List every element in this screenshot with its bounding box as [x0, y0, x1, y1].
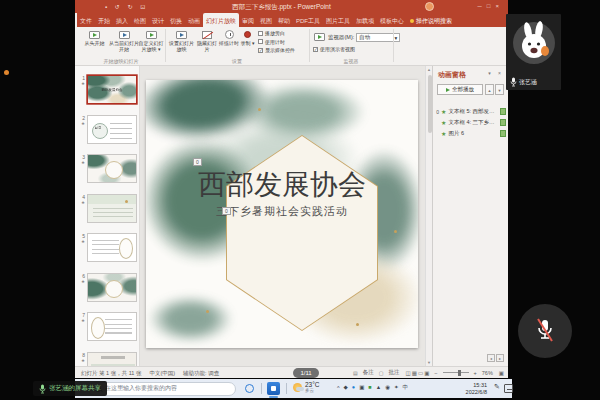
tray-icon[interactable]: ● — [352, 384, 355, 391]
taskbar-clock[interactable]: 15:31 2022/6/8 — [447, 382, 487, 396]
tray-icon[interactable]: ◆ — [344, 384, 348, 391]
fit-to-window-button[interactable]: ▣ — [499, 370, 504, 376]
tray-icon[interactable]: 中 — [403, 384, 409, 391]
zoom-slider[interactable] — [443, 372, 469, 373]
animation-item[interactable]: ★ 文本框 4: 三下乡暑… — [435, 117, 506, 128]
thumbnail-preview[interactable] — [87, 273, 137, 302]
rehearse-timings-button[interactable]: 排练计时 — [219, 30, 239, 47]
slide-subtitle-textbox[interactable]: 三下乡暑期社会实践活动 — [182, 204, 382, 219]
ribbon-checkbox[interactable]: 使用计时 — [258, 39, 295, 45]
animation-timing-bar[interactable] — [500, 130, 506, 137]
weather-widget[interactable]: 23°C 多云 — [293, 381, 320, 394]
ribbon-tab[interactable]: 帮助 — [275, 13, 293, 27]
hide-slide-button[interactable]: 隐藏幻灯片 — [196, 30, 218, 53]
pen-input-icon[interactable]: ✎ — [494, 383, 500, 391]
thumbnail-preview[interactable] — [87, 352, 137, 367]
close-icon[interactable]: × — [495, 3, 504, 9]
ribbon-tab[interactable]: 幻灯片放映 — [203, 13, 239, 27]
ribbon-tab[interactable]: 文件 — [77, 13, 95, 27]
slide-editor[interactable]: 0 0 西部发展协会 三下乡暑期社会实践活动 — [146, 80, 418, 348]
thumbnail-preview[interactable]: 目录 — [87, 115, 137, 144]
animation-item[interactable]: 0 ★ 文本框 5: 西部发展… — [435, 106, 506, 117]
tray-icon[interactable]: ▲ — [376, 384, 381, 391]
zoom-out-button[interactable]: − — [434, 370, 437, 376]
slide-thumbnail[interactable]: 1 ★ 西部发展协会 — [78, 75, 139, 104]
ribbon-tab[interactable]: 开始 — [95, 13, 113, 27]
vertical-scrollbar[interactable]: ▲ ▼ — [425, 66, 432, 366]
watercolor-blob — [148, 295, 233, 343]
ribbon-checkbox[interactable]: 播放旁白 — [258, 30, 295, 36]
quick-access-toolbar[interactable]: ▪ ↺ ↻ ⊡ — [105, 3, 148, 10]
account-avatar[interactable] — [425, 2, 434, 11]
slide-thumbnail[interactable]: 7 ★ — [78, 312, 139, 341]
accessibility-status[interactable]: 辅助功能: 调查 — [183, 370, 219, 377]
view-button[interactable]: ▭ — [418, 370, 423, 376]
ribbon-tab[interactable]: 视图 — [257, 13, 275, 27]
comments-button[interactable]: 批注 — [389, 369, 400, 376]
slide-title-textbox[interactable]: 西部发展协会 — [182, 166, 382, 204]
ribbon-tab[interactable]: 切换 — [167, 13, 185, 27]
ribbon-tab[interactable]: 审阅 — [239, 13, 257, 27]
from-current-slide-button[interactable]: 从当前幻灯片开始 — [109, 30, 139, 53]
window-controls[interactable]: ─□× — [478, 3, 504, 9]
view-button[interactable]: ▦ — [412, 370, 417, 376]
thumbnail-preview[interactable] — [87, 233, 137, 262]
thumbnail-preview[interactable] — [87, 312, 137, 341]
tray-icon[interactable]: ■ — [368, 384, 371, 391]
cortana-button[interactable] — [245, 384, 254, 393]
minimize-icon[interactable]: ─ — [478, 3, 487, 9]
view-button[interactable]: ◫ — [406, 370, 411, 376]
animation-timing-bar[interactable] — [500, 119, 506, 126]
ribbon-checkbox[interactable]: ✓显示媒体控件 — [258, 47, 295, 53]
setup-slideshow-button[interactable]: 设置幻灯片放映 — [168, 30, 195, 53]
record-button[interactable]: 录制 ▾ — [239, 30, 256, 47]
move-up-button[interactable]: ▲ — [485, 84, 494, 95]
meeting-toolbar-handle[interactable] — [4, 70, 9, 75]
animation-order-badge[interactable]: 0 — [222, 207, 231, 215]
animation-timing-bar[interactable] — [500, 108, 506, 115]
ribbon-tab[interactable]: PDF工具 — [293, 13, 323, 27]
ribbon-tab[interactable]: 设计 — [149, 13, 167, 27]
presenter-view-checkbox[interactable]: ✓使用演示者视图 — [313, 46, 355, 52]
seconds-zoom-in-button[interactable]: ▸ — [496, 354, 504, 362]
slide-thumbnail[interactable]: 4 ★ — [78, 194, 139, 223]
scrollbar-thumb[interactable] — [428, 75, 432, 133]
ribbon-tab[interactable]: 图片工具 — [323, 13, 353, 27]
animation-pane-header-icons[interactable]: ▾ × — [488, 70, 504, 76]
ribbon-tab[interactable]: 操作说明搜索 — [407, 13, 455, 27]
slide-thumbnail[interactable]: 8 ★ — [78, 352, 139, 367]
language-status[interactable]: 中文(中国) — [149, 370, 175, 377]
participant-video-tile[interactable]: 张艺涵 — [506, 14, 561, 90]
ribbon-tab[interactable]: 加载项 — [353, 13, 377, 27]
animation-order-badge[interactable]: 0 — [193, 158, 202, 166]
zoom-in-button[interactable]: + — [474, 370, 477, 376]
thumbnail-preview[interactable]: 西部发展协会 — [87, 75, 137, 104]
seconds-zoom-out-button[interactable]: ◂ — [487, 354, 495, 362]
meeting-app-taskbar-icon[interactable] — [267, 382, 280, 395]
zoom-level[interactable]: 76% — [482, 370, 493, 376]
tray-expand-icon[interactable]: ^ — [337, 385, 340, 391]
tray-icon[interactable]: ✦ — [394, 384, 399, 391]
slide-thumbnail[interactable]: 3 ★ — [78, 154, 139, 183]
tray-icon[interactable]: ◉ — [385, 384, 390, 391]
thumbnail-preview[interactable] — [87, 194, 137, 223]
ribbon-tab[interactable]: 模板中心 — [377, 13, 407, 27]
notes-button[interactable]: 备注 — [363, 369, 374, 376]
custom-slideshow-button[interactable]: 自定义幻灯片放映 ▾ — [138, 30, 164, 53]
slide-thumbnail[interactable]: 2 ★ 目录 — [78, 115, 139, 144]
ribbon-tab[interactable]: 插入 — [113, 13, 131, 27]
taskbar-search-box[interactable]: 在这里输入你要搜索的内容 — [88, 382, 236, 396]
thumbnail-preview[interactable] — [87, 154, 137, 183]
play-all-button[interactable]: 全部播放 — [437, 84, 483, 95]
tray-icon[interactable]: ▣ — [359, 384, 364, 391]
slide-thumbnail[interactable]: 6 ★ — [78, 273, 139, 302]
notification-center-icon[interactable] — [504, 384, 513, 393]
ribbon-tab[interactable]: 绘图 — [131, 13, 149, 27]
view-button[interactable]: ▣ — [424, 370, 429, 376]
from-beginning-button[interactable]: 从头开始 — [81, 30, 108, 47]
slide-thumbnail[interactable]: 5 ★ — [78, 233, 139, 262]
ribbon-tab[interactable]: 动画 — [185, 13, 203, 27]
participant-audio-tile[interactable] — [518, 304, 572, 358]
animation-item[interactable]: ★ 图片 6 — [435, 128, 506, 139]
move-down-button[interactable]: ▼ — [495, 84, 504, 95]
